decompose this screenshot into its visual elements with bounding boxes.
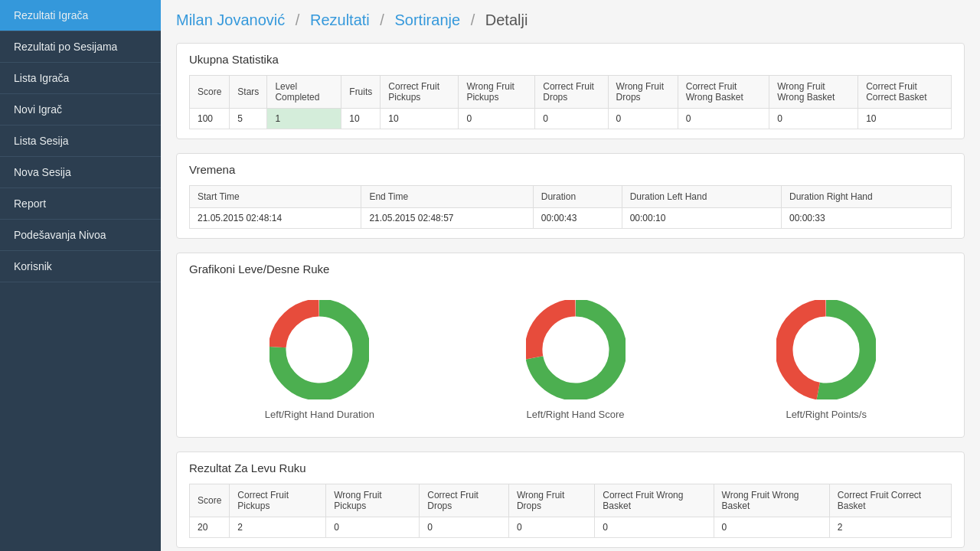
sidebar: Rezultati IgračaRezultati po SesijamaLis… <box>0 0 161 551</box>
sidebar-item-novi-igrac[interactable]: Novi Igrač <box>0 94 161 126</box>
table-cell: 1 <box>267 109 341 129</box>
sidebar-item-rezultati-po-sesijama[interactable]: Rezultati po Sesijama <box>0 31 161 63</box>
table-cell: 10 <box>858 109 952 129</box>
table-cell: 0 <box>769 109 858 129</box>
charts-area: Left/Right Hand DurationLeft/Right Hand … <box>189 285 952 428</box>
main-content: Milan Jovanović / Rezultati / Sortiranje… <box>161 0 980 551</box>
table-cell: 0 <box>714 517 829 538</box>
table-cell: 0 <box>595 517 714 538</box>
grafikoni-section: Grafikoni Leve/Desne Ruke Left/Right Han… <box>176 253 965 438</box>
table-cell: 2 <box>230 517 326 538</box>
sidebar-item-nova-sesija[interactable]: Nova Sesija <box>0 157 161 188</box>
table-cell: 0 <box>608 109 678 129</box>
rezultat-leva-table: ScoreCorrect Fruit PickupsWrong Fruit Pi… <box>189 484 952 538</box>
svg-point-0 <box>295 325 344 374</box>
table-cell: 5 <box>230 109 267 129</box>
chart-label-duration: Left/Right Hand Duration <box>265 409 374 420</box>
sidebar-item-lista-igraca[interactable]: Lista Igrača <box>0 63 161 94</box>
sidebar-item-lista-sesija[interactable]: Lista Sesija <box>0 126 161 157</box>
ukupna-statistika-table: ScoreStarsLevel CompletedFruitsCorrect F… <box>189 75 952 129</box>
table-cell: 100 <box>190 109 230 129</box>
chart-score: Left/Right Hand Score <box>526 300 626 420</box>
table-cell: 0 <box>535 109 608 129</box>
breadcrumb-sortiranje[interactable]: Sortiranje <box>394 11 460 28</box>
ukupna-statistika-section: Ukupna Statistika ScoreStarsLevel Comple… <box>176 43 965 139</box>
table-cell: 20 <box>190 517 230 538</box>
breadcrumb-rezultati[interactable]: Rezultati <box>310 11 370 28</box>
table-cell: 0 <box>508 517 594 538</box>
donut-chart-duration <box>270 300 369 399</box>
chart-points: Left/Right Points/s <box>776 300 876 420</box>
table-cell: 00:00:10 <box>622 208 781 229</box>
table-cell: 10 <box>381 109 459 129</box>
ukupna-statistika-title: Ukupna Statistika <box>189 53 952 66</box>
table-cell: 21.05.2015 02:48:57 <box>361 208 533 229</box>
sidebar-item-rezultati-igraca[interactable]: Rezultati Igrača <box>0 0 161 31</box>
rezultat-leva-title: Rezultat Za Levu Ruku <box>189 461 952 474</box>
svg-point-2 <box>802 325 851 374</box>
table-cell: 0 <box>678 109 769 129</box>
vremena-section: Vremena Start TimeEnd TimeDurationDurati… <box>176 153 965 239</box>
table-cell: 00:00:33 <box>781 208 951 229</box>
table-cell: 0 <box>326 517 420 538</box>
sidebar-item-podesavanja-nivoa[interactable]: Podešavanja Nivoa <box>0 220 161 251</box>
chart-label-score: Left/Right Hand Score <box>527 409 625 420</box>
breadcrumb-player[interactable]: Milan Jovanović <box>176 11 285 28</box>
sidebar-item-report[interactable]: Report <box>0 188 161 220</box>
chart-label-points: Left/Right Points/s <box>786 409 867 420</box>
sidebar-item-korisnik[interactable]: Korisnik <box>0 251 161 282</box>
table-cell: 21.05.2015 02:48:14 <box>190 208 361 229</box>
breadcrumb-detalji: Detalji <box>485 11 528 28</box>
vremena-title: Vremena <box>189 163 952 176</box>
table-cell: 0 <box>459 109 535 129</box>
grafikoni-title: Grafikoni Leve/Desne Ruke <box>189 262 952 276</box>
donut-chart-points <box>776 300 876 399</box>
svg-point-1 <box>551 325 600 374</box>
table-cell: 10 <box>341 109 381 129</box>
rezultat-leva-section: Rezultat Za Levu Ruku ScoreCorrect Fruit… <box>176 452 965 548</box>
donut-chart-score <box>526 300 626 399</box>
table-cell: 0 <box>420 517 509 538</box>
chart-duration: Left/Right Hand Duration <box>265 300 374 420</box>
table-cell: 2 <box>829 517 951 538</box>
breadcrumb: Milan Jovanović / Rezultati / Sortiranje… <box>176 11 965 29</box>
table-cell: 00:00:43 <box>533 208 622 229</box>
vremena-table: Start TimeEnd TimeDurationDuration Left … <box>189 185 952 229</box>
